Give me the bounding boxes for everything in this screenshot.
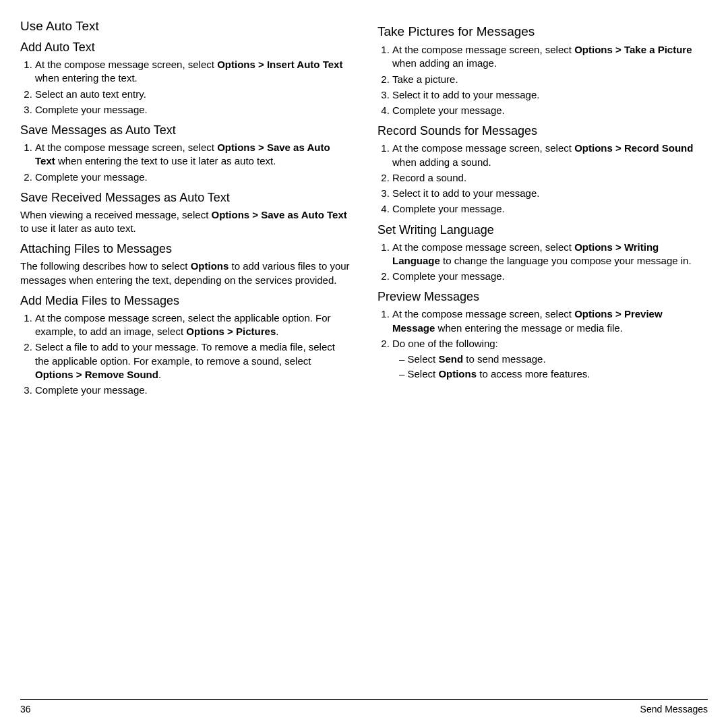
section-add-auto-text: Add Auto Text At the compose message scr… (20, 40, 351, 117)
list-item: Complete your message. (392, 202, 708, 216)
list-item: At the compose message screen, select th… (35, 311, 351, 339)
section-preview-messages: Preview Messages At the compose message … (377, 290, 708, 381)
list-item: At the compose message screen, select Op… (392, 43, 708, 71)
add-auto-text-list: At the compose message screen, select Op… (35, 58, 351, 117)
section-record-sounds: Record Sounds for Messages At the compos… (377, 124, 708, 216)
section-set-writing-language: Set Writing Language At the compose mess… (377, 223, 708, 284)
list-item: Record a sound. (392, 171, 708, 185)
list-item: Complete your message. (35, 384, 351, 397)
list-item: At the compose message screen, select Op… (392, 241, 708, 268)
list-item: At the compose message screen, select Op… (35, 58, 351, 86)
set-writing-language-list: At the compose message screen, select Op… (392, 241, 708, 284)
section-attaching-files: Attaching Files to Messages The followin… (20, 242, 351, 287)
list-item: Complete your message. (35, 171, 351, 184)
list-item: At the compose message screen, select Op… (35, 141, 351, 169)
section-add-media-files: Add Media Files to Messages At the compo… (20, 294, 351, 398)
record-sounds-list: At the compose message screen, select Op… (392, 142, 708, 216)
add-media-files-list: At the compose message screen, select th… (35, 311, 351, 398)
list-item: Select it to add to your message. (392, 88, 708, 102)
list-item: At the compose message screen, select Op… (392, 142, 708, 169)
attaching-files-paragraph: The following describes how to select Op… (20, 260, 351, 287)
list-item: Take a picture. (392, 73, 708, 86)
list-item: Select Send to send message. (399, 353, 708, 366)
preview-sub-list: Select Send to send message. Select Opti… (399, 353, 708, 382)
take-pictures-list: At the compose message screen, select Op… (392, 43, 708, 117)
section-save-messages-as-auto-text: Save Messages as Auto Text At the compos… (20, 123, 351, 184)
list-item: Select an auto text entry. (35, 88, 351, 101)
section-take-pictures: Take Pictures for Messages At the compos… (377, 24, 708, 117)
left-column: Use Auto Text Add Auto Text At the compo… (20, 19, 357, 694)
section-label: Send Messages (640, 704, 708, 715)
list-item: At the compose message screen, select Op… (392, 307, 708, 335)
page: Use Auto Text Add Auto Text At the compo… (0, 0, 728, 728)
save-messages-list: At the compose message screen, select Op… (35, 141, 351, 184)
use-auto-text-title: Use Auto Text (20, 19, 351, 34)
list-item: Complete your message. (392, 270, 708, 283)
list-item: Complete your message. (392, 104, 708, 117)
section-save-received-messages: Save Received Messages as Auto Text When… (20, 191, 351, 236)
footer: 36 Send Messages (20, 699, 708, 715)
page-number: 36 (20, 704, 31, 715)
right-column: Take Pictures for Messages At the compos… (371, 19, 708, 694)
list-item: Complete your message. (35, 103, 351, 117)
list-item: Do one of the following: Select Send to … (392, 337, 708, 382)
list-item: Select Options to access more features. (399, 367, 708, 381)
content-area: Use Auto Text Add Auto Text At the compo… (20, 19, 708, 694)
list-item: Select a file to add to your message. To… (35, 340, 351, 382)
preview-messages-list: At the compose message screen, select Op… (392, 307, 708, 381)
list-item: Select it to add to your message. (392, 187, 708, 200)
save-received-paragraph: When viewing a received message, select … (20, 208, 351, 236)
